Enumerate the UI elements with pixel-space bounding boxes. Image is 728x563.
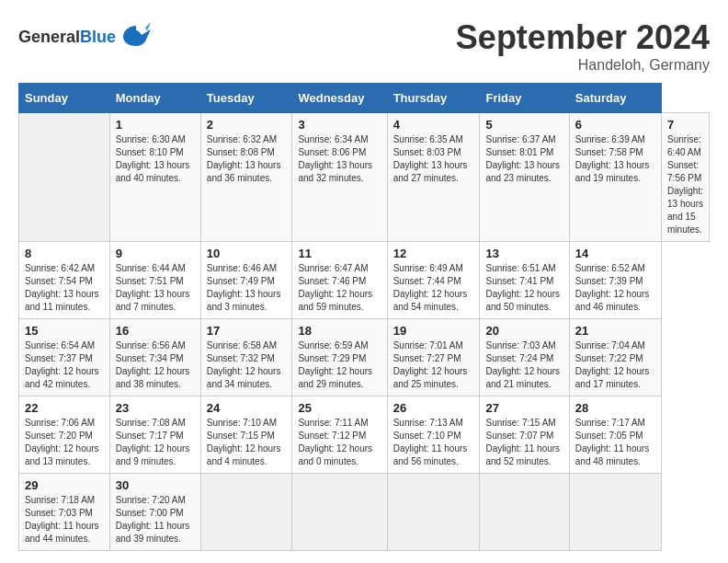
calendar-week-4: 22Sunrise: 7:06 AMSunset: 7:20 PMDayligh… bbox=[19, 396, 710, 474]
col-header-monday: Monday bbox=[109, 84, 200, 113]
day-info: Sunrise: 6:34 AMSunset: 8:06 PMDaylight:… bbox=[298, 134, 372, 183]
calendar-cell: 22Sunrise: 7:06 AMSunset: 7:20 PMDayligh… bbox=[19, 396, 110, 474]
day-number: 21 bbox=[575, 324, 655, 338]
day-info: Sunrise: 7:06 AMSunset: 7:20 PMDaylight:… bbox=[25, 418, 99, 466]
day-info: Sunrise: 6:52 AMSunset: 7:39 PMDaylight:… bbox=[575, 263, 650, 312]
month-title: September 2024 bbox=[456, 18, 710, 57]
calendar-cell: 28Sunrise: 7:17 AMSunset: 7:05 PMDayligh… bbox=[569, 396, 661, 474]
col-header-wednesday: Wednesday bbox=[292, 84, 387, 113]
col-header-friday: Friday bbox=[480, 84, 569, 113]
calendar-cell: 18Sunrise: 6:59 AMSunset: 7:29 PMDayligh… bbox=[292, 319, 387, 396]
logo-text: GeneralBlue bbox=[18, 28, 116, 47]
col-header-thursday: Thursday bbox=[387, 84, 480, 113]
day-info: Sunrise: 6:37 AMSunset: 8:01 PMDaylight:… bbox=[485, 134, 560, 183]
day-number: 8 bbox=[25, 247, 104, 260]
day-info: Sunrise: 6:39 AMSunset: 7:58 PMDaylight:… bbox=[575, 134, 650, 183]
logo-bird-icon bbox=[119, 18, 153, 55]
day-info: Sunrise: 6:54 AMSunset: 7:37 PMDaylight:… bbox=[25, 340, 99, 389]
day-number: 28 bbox=[575, 401, 655, 415]
calendar-cell: 12Sunrise: 6:49 AMSunset: 7:44 PMDayligh… bbox=[387, 242, 480, 319]
calendar-week-3: 15Sunrise: 6:54 AMSunset: 7:37 PMDayligh… bbox=[19, 319, 710, 396]
calendar-cell: 11Sunrise: 6:47 AMSunset: 7:46 PMDayligh… bbox=[292, 242, 387, 319]
logo-general: General bbox=[18, 28, 80, 46]
day-number: 7 bbox=[667, 118, 703, 132]
calendar-cell: 16Sunrise: 6:56 AMSunset: 7:34 PMDayligh… bbox=[109, 319, 200, 396]
calendar-cell: 3Sunrise: 6:34 AMSunset: 8:06 PMDaylight… bbox=[292, 113, 387, 242]
day-info: Sunrise: 7:04 AMSunset: 7:22 PMDaylight:… bbox=[575, 340, 650, 389]
calendar-week-2: 8Sunrise: 6:42 AMSunset: 7:54 PMDaylight… bbox=[19, 242, 710, 319]
col-header-saturday: Saturday bbox=[569, 84, 661, 113]
day-info: Sunrise: 6:59 AMSunset: 7:29 PMDaylight:… bbox=[298, 340, 372, 389]
calendar-cell: 21Sunrise: 7:04 AMSunset: 7:22 PMDayligh… bbox=[569, 319, 661, 396]
day-info: Sunrise: 6:51 AMSunset: 7:41 PMDaylight:… bbox=[485, 263, 560, 312]
calendar-cell: 10Sunrise: 6:46 AMSunset: 7:49 PMDayligh… bbox=[200, 242, 292, 319]
calendar-cell: 5Sunrise: 6:37 AMSunset: 8:01 PMDaylight… bbox=[480, 113, 569, 242]
day-info: Sunrise: 6:30 AMSunset: 8:10 PMDaylight:… bbox=[116, 134, 190, 183]
calendar-cell bbox=[292, 474, 387, 551]
day-number: 9 bbox=[116, 247, 195, 260]
day-number: 5 bbox=[485, 118, 563, 132]
calendar-cell: 20Sunrise: 7:03 AMSunset: 7:24 PMDayligh… bbox=[480, 319, 569, 396]
logo-blue: Blue bbox=[80, 28, 116, 46]
day-number: 10 bbox=[207, 247, 287, 260]
calendar-cell: 17Sunrise: 6:58 AMSunset: 7:32 PMDayligh… bbox=[200, 319, 292, 396]
day-number: 2 bbox=[207, 118, 287, 132]
day-number: 24 bbox=[207, 401, 287, 415]
day-info: Sunrise: 7:20 AMSunset: 7:00 PMDaylight:… bbox=[116, 495, 190, 544]
calendar-cell: 7Sunrise: 6:40 AMSunset: 7:56 PMDaylight… bbox=[662, 113, 710, 242]
day-number: 25 bbox=[298, 401, 381, 415]
calendar-cell: 26Sunrise: 7:13 AMSunset: 7:10 PMDayligh… bbox=[387, 396, 480, 474]
day-info: Sunrise: 7:17 AMSunset: 7:05 PMDaylight:… bbox=[575, 418, 650, 466]
day-number: 1 bbox=[116, 118, 195, 132]
day-number: 14 bbox=[575, 247, 655, 260]
day-info: Sunrise: 6:46 AMSunset: 7:49 PMDaylight:… bbox=[207, 263, 281, 312]
day-info: Sunrise: 7:01 AMSunset: 7:27 PMDaylight:… bbox=[393, 340, 468, 389]
calendar-cell: 13Sunrise: 6:51 AMSunset: 7:41 PMDayligh… bbox=[480, 242, 569, 319]
day-number: 19 bbox=[393, 324, 474, 338]
calendar-cell: 30Sunrise: 7:20 AMSunset: 7:00 PMDayligh… bbox=[109, 474, 200, 551]
day-number: 30 bbox=[116, 478, 195, 492]
day-info: Sunrise: 7:03 AMSunset: 7:24 PMDaylight:… bbox=[485, 340, 560, 389]
day-number: 20 bbox=[485, 324, 563, 338]
day-number: 22 bbox=[25, 401, 104, 415]
day-info: Sunrise: 6:58 AMSunset: 7:32 PMDaylight:… bbox=[207, 340, 281, 389]
day-info: Sunrise: 7:08 AMSunset: 7:17 PMDaylight:… bbox=[116, 418, 190, 466]
day-number: 18 bbox=[298, 324, 381, 338]
day-info: Sunrise: 6:42 AMSunset: 7:54 PMDaylight:… bbox=[25, 263, 99, 312]
day-info: Sunrise: 6:47 AMSunset: 7:46 PMDaylight:… bbox=[298, 263, 372, 312]
calendar-cell: 23Sunrise: 7:08 AMSunset: 7:17 PMDayligh… bbox=[109, 396, 200, 474]
day-number: 11 bbox=[298, 247, 381, 260]
day-number: 12 bbox=[393, 247, 474, 260]
calendar-cell: 29Sunrise: 7:18 AMSunset: 7:03 PMDayligh… bbox=[19, 474, 110, 551]
day-info: Sunrise: 6:35 AMSunset: 8:03 PMDaylight:… bbox=[393, 134, 468, 183]
day-info: Sunrise: 6:32 AMSunset: 8:08 PMDaylight:… bbox=[207, 134, 281, 183]
calendar-header-row: SundayMondayTuesdayWednesdayThursdayFrid… bbox=[19, 84, 710, 113]
page-header: GeneralBlue September 2024 Handeloh, Ger… bbox=[18, 18, 710, 74]
calendar-cell: 2Sunrise: 6:32 AMSunset: 8:08 PMDaylight… bbox=[200, 113, 292, 242]
calendar-cell: 6Sunrise: 6:39 AMSunset: 7:58 PMDaylight… bbox=[569, 113, 661, 242]
day-number: 26 bbox=[393, 401, 474, 415]
day-number: 27 bbox=[485, 401, 563, 415]
calendar-cell: 14Sunrise: 6:52 AMSunset: 7:39 PMDayligh… bbox=[569, 242, 661, 319]
calendar-cell bbox=[387, 474, 480, 551]
day-number: 29 bbox=[25, 478, 104, 492]
calendar-cell: 1Sunrise: 6:30 AMSunset: 8:10 PMDaylight… bbox=[109, 113, 200, 242]
day-number: 17 bbox=[207, 324, 287, 338]
day-info: Sunrise: 6:49 AMSunset: 7:44 PMDaylight:… bbox=[393, 263, 468, 312]
day-number: 15 bbox=[25, 324, 104, 338]
day-info: Sunrise: 7:15 AMSunset: 7:07 PMDaylight:… bbox=[485, 418, 560, 466]
calendar-cell: 25Sunrise: 7:11 AMSunset: 7:12 PMDayligh… bbox=[292, 396, 387, 474]
calendar-cell: 9Sunrise: 6:44 AMSunset: 7:51 PMDaylight… bbox=[109, 242, 200, 319]
day-number: 3 bbox=[298, 118, 381, 132]
day-info: Sunrise: 7:13 AMSunset: 7:10 PMDaylight:… bbox=[393, 418, 468, 466]
day-number: 16 bbox=[116, 324, 195, 338]
logo: GeneralBlue bbox=[18, 18, 153, 55]
location-title: Handeloh, Germany bbox=[456, 57, 710, 74]
day-info: Sunrise: 6:44 AMSunset: 7:51 PMDaylight:… bbox=[116, 263, 190, 312]
calendar-week-1: 1Sunrise: 6:30 AMSunset: 8:10 PMDaylight… bbox=[19, 113, 710, 242]
calendar-week-5: 29Sunrise: 7:18 AMSunset: 7:03 PMDayligh… bbox=[19, 474, 710, 551]
calendar-cell bbox=[200, 474, 292, 551]
day-info: Sunrise: 7:10 AMSunset: 7:15 PMDaylight:… bbox=[207, 418, 281, 466]
calendar-cell bbox=[480, 474, 569, 551]
calendar-cell: 27Sunrise: 7:15 AMSunset: 7:07 PMDayligh… bbox=[480, 396, 569, 474]
